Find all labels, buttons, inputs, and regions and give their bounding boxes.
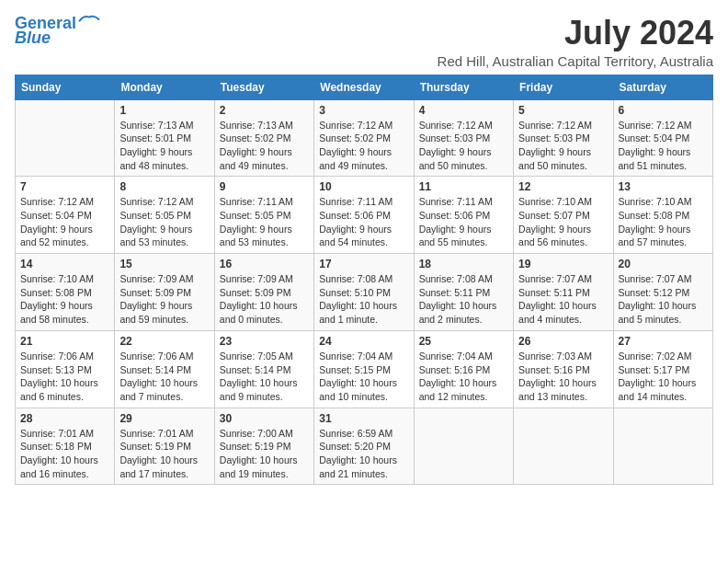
- day-number: 31: [319, 412, 408, 425]
- day-number: 6: [619, 104, 708, 117]
- day-info: Sunrise: 7:12 AMSunset: 5:04 PMDaylight:…: [20, 195, 109, 249]
- calendar-cell: 10Sunrise: 7:11 AMSunset: 5:06 PMDayligh…: [314, 177, 414, 254]
- calendar-cell: 18Sunrise: 7:08 AMSunset: 5:11 PMDayligh…: [414, 254, 513, 331]
- week-row-4: 21Sunrise: 7:06 AMSunset: 5:13 PMDayligh…: [16, 330, 713, 408]
- calendar-cell: 29Sunrise: 7:01 AMSunset: 5:19 PMDayligh…: [115, 408, 214, 485]
- calendar-cell: 27Sunrise: 7:02 AMSunset: 5:17 PMDayligh…: [613, 330, 712, 408]
- day-info: Sunrise: 6:59 AMSunset: 5:20 PMDaylight:…: [319, 427, 408, 481]
- day-info: Sunrise: 7:03 AMSunset: 5:16 PMDaylight:…: [518, 350, 608, 404]
- weekday-header-monday: Monday: [115, 75, 214, 99]
- calendar-cell: 13Sunrise: 7:10 AMSunset: 5:08 PMDayligh…: [613, 177, 712, 254]
- calendar-cell: 16Sunrise: 7:09 AMSunset: 5:09 PMDayligh…: [214, 254, 313, 331]
- day-number: 4: [419, 104, 508, 117]
- day-info: Sunrise: 7:13 AMSunset: 5:01 PMDaylight:…: [119, 119, 209, 173]
- day-info: Sunrise: 7:08 AMSunset: 5:11 PMDaylight:…: [419, 272, 508, 327]
- day-number: 25: [419, 335, 508, 348]
- day-info: Sunrise: 7:07 AMSunset: 5:11 PMDaylight:…: [518, 272, 608, 327]
- day-number: 1: [119, 104, 209, 117]
- day-number: 10: [319, 180, 408, 193]
- calendar-cell: 11Sunrise: 7:11 AMSunset: 5:06 PMDayligh…: [414, 177, 513, 254]
- calendar-cell: 26Sunrise: 7:03 AMSunset: 5:16 PMDayligh…: [514, 330, 613, 408]
- logo-text2: Blue: [15, 29, 51, 48]
- day-info: Sunrise: 7:01 AMSunset: 5:18 PMDaylight:…: [20, 427, 109, 481]
- day-info: Sunrise: 7:10 AMSunset: 5:07 PMDaylight:…: [518, 195, 608, 249]
- day-number: 21: [20, 335, 109, 348]
- calendar-cell: 14Sunrise: 7:10 AMSunset: 5:08 PMDayligh…: [16, 254, 115, 331]
- week-row-3: 14Sunrise: 7:10 AMSunset: 5:08 PMDayligh…: [16, 254, 713, 331]
- calendar-cell: 28Sunrise: 7:01 AMSunset: 5:18 PMDayligh…: [16, 408, 115, 485]
- day-info: Sunrise: 7:02 AMSunset: 5:17 PMDaylight:…: [619, 350, 708, 404]
- day-number: 23: [220, 335, 309, 348]
- day-info: Sunrise: 7:04 AMSunset: 5:15 PMDaylight:…: [319, 350, 408, 404]
- week-row-5: 28Sunrise: 7:01 AMSunset: 5:18 PMDayligh…: [16, 408, 713, 485]
- calendar-cell: 1Sunrise: 7:13 AMSunset: 5:01 PMDaylight…: [115, 99, 214, 177]
- day-number: 5: [518, 104, 608, 117]
- day-number: 2: [220, 104, 309, 117]
- day-number: 15: [119, 258, 209, 270]
- calendar-cell: 20Sunrise: 7:07 AMSunset: 5:12 PMDayligh…: [613, 254, 712, 331]
- day-info: Sunrise: 7:12 AMSunset: 5:03 PMDaylight:…: [518, 119, 608, 173]
- title-block: July 2024 Red Hill, Australian Capital T…: [438, 15, 713, 69]
- calendar-cell: 17Sunrise: 7:08 AMSunset: 5:10 PMDayligh…: [314, 254, 414, 331]
- week-row-2: 7Sunrise: 7:12 AMSunset: 5:04 PMDaylight…: [16, 177, 713, 254]
- calendar-cell: 12Sunrise: 7:10 AMSunset: 5:07 PMDayligh…: [514, 177, 613, 254]
- day-info: Sunrise: 7:11 AMSunset: 5:06 PMDaylight:…: [419, 195, 508, 249]
- day-info: Sunrise: 7:10 AMSunset: 5:08 PMDaylight:…: [619, 195, 708, 249]
- logo: General Blue: [15, 15, 100, 48]
- week-row-1: 1Sunrise: 7:13 AMSunset: 5:01 PMDaylight…: [16, 99, 713, 177]
- logo-bird-icon: [78, 13, 100, 26]
- day-number: 8: [119, 180, 209, 193]
- weekday-header-wednesday: Wednesday: [314, 75, 414, 99]
- day-info: Sunrise: 7:09 AMSunset: 5:09 PMDaylight:…: [220, 272, 309, 327]
- day-number: 11: [419, 180, 508, 193]
- day-number: 12: [518, 180, 608, 193]
- location-title: Red Hill, Australian Capital Territory, …: [438, 53, 713, 69]
- calendar-cell: [613, 408, 712, 485]
- day-number: 19: [518, 258, 608, 270]
- day-info: Sunrise: 7:01 AMSunset: 5:19 PMDaylight:…: [119, 427, 209, 481]
- day-number: 9: [220, 180, 309, 193]
- day-number: 17: [319, 258, 408, 270]
- calendar-cell: 31Sunrise: 6:59 AMSunset: 5:20 PMDayligh…: [314, 408, 414, 485]
- day-info: Sunrise: 7:08 AMSunset: 5:10 PMDaylight:…: [319, 272, 408, 327]
- day-number: 28: [20, 412, 109, 425]
- day-number: 26: [518, 335, 608, 348]
- day-info: Sunrise: 7:10 AMSunset: 5:08 PMDaylight:…: [20, 272, 109, 327]
- day-info: Sunrise: 7:07 AMSunset: 5:12 PMDaylight:…: [619, 272, 708, 327]
- day-info: Sunrise: 7:09 AMSunset: 5:09 PMDaylight:…: [119, 272, 209, 327]
- day-info: Sunrise: 7:11 AMSunset: 5:06 PMDaylight:…: [319, 195, 408, 249]
- day-info: Sunrise: 7:12 AMSunset: 5:04 PMDaylight:…: [619, 119, 708, 173]
- calendar-cell: 19Sunrise: 7:07 AMSunset: 5:11 PMDayligh…: [514, 254, 613, 331]
- calendar-cell: 2Sunrise: 7:13 AMSunset: 5:02 PMDaylight…: [214, 99, 313, 177]
- weekday-header-saturday: Saturday: [613, 75, 712, 99]
- day-number: 3: [319, 104, 408, 117]
- calendar-cell: [16, 99, 115, 177]
- page-header: General Blue July 2024 Red Hill, Austral…: [15, 15, 713, 69]
- day-info: Sunrise: 7:00 AMSunset: 5:19 PMDaylight:…: [220, 427, 309, 481]
- day-number: 20: [619, 258, 708, 270]
- calendar-table: SundayMondayTuesdayWednesdayThursdayFrid…: [15, 75, 713, 486]
- calendar-cell: 4Sunrise: 7:12 AMSunset: 5:03 PMDaylight…: [414, 99, 513, 177]
- day-number: 27: [619, 335, 708, 348]
- day-info: Sunrise: 7:06 AMSunset: 5:13 PMDaylight:…: [20, 350, 109, 404]
- calendar-cell: [514, 408, 613, 485]
- day-info: Sunrise: 7:12 AMSunset: 5:03 PMDaylight:…: [419, 119, 508, 173]
- day-info: Sunrise: 7:13 AMSunset: 5:02 PMDaylight:…: [220, 119, 309, 173]
- day-info: Sunrise: 7:11 AMSunset: 5:05 PMDaylight:…: [220, 195, 309, 249]
- weekday-header-friday: Friday: [514, 75, 613, 99]
- calendar-cell: 6Sunrise: 7:12 AMSunset: 5:04 PMDaylight…: [613, 99, 712, 177]
- calendar-cell: 22Sunrise: 7:06 AMSunset: 5:14 PMDayligh…: [115, 330, 214, 408]
- calendar-cell: 5Sunrise: 7:12 AMSunset: 5:03 PMDaylight…: [514, 99, 613, 177]
- calendar-cell: 3Sunrise: 7:12 AMSunset: 5:02 PMDaylight…: [314, 99, 414, 177]
- calendar-cell: 21Sunrise: 7:06 AMSunset: 5:13 PMDayligh…: [16, 330, 115, 408]
- calendar-cell: 7Sunrise: 7:12 AMSunset: 5:04 PMDaylight…: [16, 177, 115, 254]
- day-number: 24: [319, 335, 408, 348]
- day-info: Sunrise: 7:12 AMSunset: 5:05 PMDaylight:…: [119, 195, 209, 249]
- weekday-header-row: SundayMondayTuesdayWednesdayThursdayFrid…: [16, 75, 713, 99]
- day-number: 22: [119, 335, 209, 348]
- calendar-cell: 25Sunrise: 7:04 AMSunset: 5:16 PMDayligh…: [414, 330, 513, 408]
- day-number: 18: [419, 258, 508, 270]
- day-info: Sunrise: 7:12 AMSunset: 5:02 PMDaylight:…: [319, 119, 408, 173]
- month-title: July 2024: [438, 15, 713, 52]
- day-info: Sunrise: 7:05 AMSunset: 5:14 PMDaylight:…: [220, 350, 309, 404]
